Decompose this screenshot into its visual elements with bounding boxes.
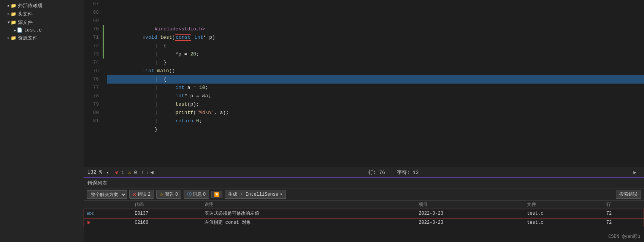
sidebar: ▶ 📁 外部依赖项 ▷ 📁 头文件 ▼ 📁 源文件 ▶ 📄 test.c ▷ 📁… — [0, 0, 84, 242]
code-lines[interactable]: #include<stdio.h> ⊟void test(const int* … — [104, 0, 644, 167]
info-count-label: 消息 0 — [193, 191, 206, 198]
code-line-76: | int a = 10; — [107, 75, 644, 84]
error-panel-title: 错误列表 — [84, 178, 644, 188]
search-error-btn[interactable]: 搜索错误 — [616, 190, 641, 199]
keyword-int: int — [145, 68, 154, 74]
pointer: * p) — [203, 35, 215, 40]
function-main: main — [157, 68, 169, 74]
arrow-icon: ▶ — [14, 28, 16, 33]
col-icon — [84, 201, 132, 209]
sidebar-item-label: 头文件 — [18, 11, 33, 17]
keyword-int: int — [194, 35, 203, 40]
up-arrow[interactable]: ↑ — [141, 169, 144, 176]
row-file: test.c — [524, 209, 603, 218]
error-panel-title-text: 错误列表 — [87, 180, 107, 186]
code-text: | printf("%d\n", a); — [143, 110, 229, 115]
code-text: | } — [143, 60, 167, 65]
line-position: 行: 76 — [368, 170, 385, 176]
line-num: 76 — [84, 75, 99, 84]
line-num: 73 — [84, 50, 99, 59]
error-x-icon: ⊗ — [87, 220, 90, 226]
arrow-icon: ▼ — [8, 21, 10, 25]
line-num: 78 — [84, 92, 99, 100]
down-arrow[interactable]: ↓ — [146, 169, 149, 176]
abc-icon: abc — [87, 211, 94, 216]
sidebar-item-label: test.c — [24, 27, 42, 33]
error-count: 1 — [121, 170, 124, 176]
line-num: 77 — [84, 84, 99, 92]
space — [191, 35, 194, 40]
warning-icon: ⚠ — [128, 170, 131, 176]
warning-filter-btn[interactable]: ⚠ 警告 0 — [156, 190, 181, 199]
dropdown-arrow-icon: ▾ — [280, 191, 282, 197]
row-description: 表达式必须是可修改的左值 — [201, 209, 416, 218]
table-row[interactable]: abc E0137 表达式必须是可修改的左值 2022-3-23 test.c … — [84, 209, 644, 218]
position-info: 行: 76 字符: 13 — [368, 169, 419, 176]
row-project: 2022-3-23 — [416, 218, 524, 227]
custom-filter-btn[interactable]: 🔽 — [211, 191, 222, 198]
editor-area: 67 68 69 70 71 72 73 74 75 76 77 78 79 8… — [84, 0, 644, 242]
nav-arrows: ↑ ↓ ◀ — [141, 169, 153, 176]
col-line: 行 — [603, 201, 644, 209]
warning-count-icon: ⚠ 0 — [128, 169, 137, 176]
line-num: 72 — [84, 42, 99, 50]
code-text: | { — [143, 43, 167, 49]
code-line-74: ⊟int main() — [107, 59, 644, 67]
row-file: test.c — [524, 218, 603, 227]
sidebar-item-external-deps[interactable]: ▶ 📁 外部依赖项 — [0, 2, 84, 10]
col-project: 项目 — [416, 201, 524, 209]
folder-icon: 📁 — [11, 35, 16, 41]
zoom-level: 132 % — [87, 169, 102, 175]
zoom-dropdown-icon[interactable]: ▾ — [106, 169, 109, 176]
sidebar-item-label: 外部依赖项 — [18, 2, 43, 9]
warning-count: 0 — [134, 170, 137, 176]
error-icon: ⊗ — [115, 169, 118, 176]
col-code: 代码 — [132, 201, 201, 209]
sidebar-item-headers[interactable]: ▷ 📁 头文件 — [0, 10, 84, 18]
code-text: | int a = 10; — [143, 85, 208, 90]
left-arrow[interactable]: ◀ — [150, 169, 153, 176]
sidebar-item-sources[interactable]: ▼ 📁 源文件 — [0, 18, 84, 27]
row-description: 左值指定 const 对象 — [201, 218, 416, 227]
build-intellisense-dropdown[interactable]: 生成 + IntelliSense ▾ — [225, 190, 286, 199]
row-line: 72 — [603, 209, 644, 218]
code-line-75: | { — [107, 67, 644, 75]
sidebar-item-resources[interactable]: ▷ 📁 资源文件 — [0, 34, 84, 42]
arrow-icon: ▷ — [8, 12, 10, 16]
error-circle-icon: ⊗ — [133, 192, 136, 197]
sidebar-item-label: 资源文件 — [18, 35, 38, 41]
row-code: E0137 — [132, 209, 201, 218]
code-text: } — [143, 127, 158, 132]
info-filter-btn[interactable]: ⓘ 消息 0 — [184, 190, 209, 199]
scope-dropdown[interactable]: 整个解决方案 — [87, 190, 127, 199]
table-row[interactable]: ⊗ C2166 左值指定 const 对象 2022-3-23 test.c 7… — [84, 218, 644, 227]
code-content: 67 68 69 70 71 72 73 74 75 76 77 78 79 8… — [84, 0, 644, 167]
preprocessor: #include<stdio.h> — [143, 26, 205, 32]
line-num: 71 — [84, 33, 99, 42]
warning-triangle-icon: ⚠ — [160, 192, 164, 197]
line-num: 68 — [84, 8, 99, 17]
build-intellisense-label: 生成 + IntelliSense — [228, 191, 278, 198]
code-line-72: | *p = 20; — [107, 42, 644, 50]
filter-icon: 🔽 — [214, 192, 220, 197]
column-position: 字符: 13 — [397, 170, 419, 176]
row-code: C2166 — [132, 218, 201, 227]
line-num: 70 — [84, 25, 99, 33]
row-project: 2022-3-23 — [416, 209, 524, 218]
warning-count-label: 警告 0 — [165, 191, 178, 198]
sidebar-item-testc[interactable]: ▶ 📄 test.c — [0, 27, 84, 34]
line-num: 80 — [84, 109, 99, 117]
folder-icon: 📁 — [11, 3, 16, 9]
right-arrow-scroll[interactable]: ▶ — [633, 169, 636, 176]
folder-icon: 📁 — [11, 11, 16, 17]
code-text: | { — [143, 76, 167, 82]
error-panel-toolbar: 整个解决方案 ⊗ 错误 2 ⚠ 警告 0 ⓘ 消息 0 🔽 — [84, 188, 644, 201]
paren: () — [169, 68, 175, 74]
error-filter-btn[interactable]: ⊗ 错误 2 — [129, 190, 154, 199]
line-num: 74 — [84, 59, 99, 67]
main-area: ▶ 📁 外部依赖项 ▷ 📁 头文件 ▼ 📁 源文件 ▶ 📄 test.c ▷ 📁… — [0, 0, 644, 242]
sidebar-item-label: 源文件 — [18, 19, 33, 26]
file-icon: 📄 — [17, 27, 22, 33]
info-circle-icon: ⓘ — [187, 191, 192, 198]
line-num: 75 — [84, 67, 99, 75]
